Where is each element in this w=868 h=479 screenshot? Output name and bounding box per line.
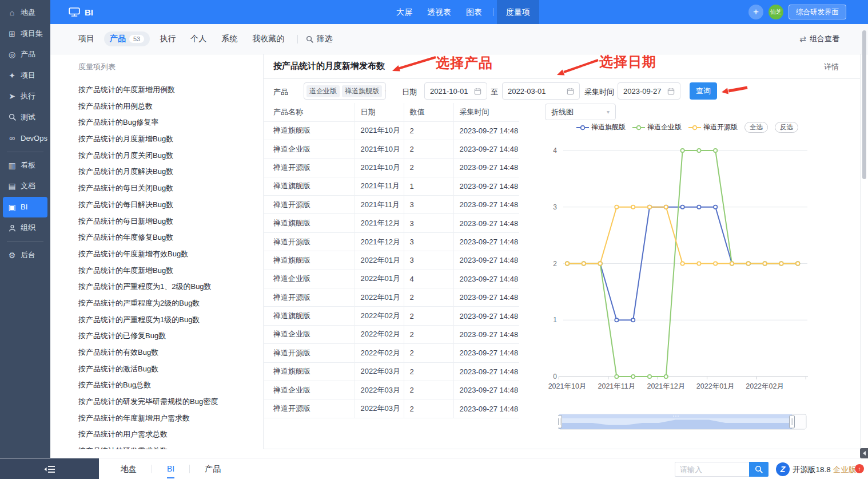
table-row[interactable]: 禅道旗舰版2021年11月12023-09-27 14:48 [263,177,519,195]
topbar-menu-大屏[interactable]: 大屏 [389,0,420,24]
metric-list-item[interactable]: 按产品统计的每日新增Bug数 [70,213,263,230]
metric-list-item[interactable]: 按产品统计的激活Bug数 [70,361,263,378]
topbar-menu-图表[interactable]: 图表 [459,0,489,24]
sidebar-item-BI[interactable]: ▣BI [3,197,47,218]
nav-tab-我收藏的[interactable]: 我收藏的 [247,31,289,46]
search-button[interactable] [749,462,769,477]
metric-list-item[interactable]: 按产品统计的用户需求总数 [70,426,263,443]
sidebar-item-地盘[interactable]: ⌂地盘 [0,2,50,23]
metric-list-item[interactable]: 按产品统计的每日关闭Bug数 [70,180,263,197]
table-row[interactable]: 禅道企业版2022年02月22023-09-27 14:48 [263,325,519,343]
legend-item-禅道旗舰版[interactable]: 禅道旗舰版 [576,122,626,132]
sidebar-item-项目集[interactable]: ⊞项目集 [0,23,50,45]
bottom-tab-BI[interactable]: BI [164,458,178,479]
legend-item-禅道开源版[interactable]: 禅道开源版 [688,122,738,132]
metric-list-item[interactable]: 按产品统计的有效Bug数 [70,345,263,361]
metric-list-item[interactable]: 按产品统计的严重程度为2级的Bug数 [70,295,263,312]
metric-list-item[interactable]: 按产品统计的研发完毕研需规模的Bug密度 [70,394,263,410]
sidebar-item-文档[interactable]: ▤文档 [0,176,50,197]
topbar-menu-透视表[interactable]: 透视表 [420,0,459,24]
metric-list-item[interactable]: 按产品统计的年度新增用例数 [70,82,263,98]
metric-list-item[interactable]: 按产品统计的月度关闭Bug数 [70,148,263,164]
detail-link[interactable]: 详情 [824,62,839,72]
sidebar-item-看板[interactable]: ▥看板 [0,155,50,176]
table-row[interactable]: 禅道开源版2021年12月32023-09-27 14:48 [263,232,519,251]
metric-list-item[interactable]: 按产品统计的严重程度为1、2级的Bug数 [70,279,263,295]
collect-date-input[interactable]: 2023-09-27 [618,82,680,100]
sidebar-item-label: 文档 [21,181,35,191]
sidebar-item-项目[interactable]: ✦项目 [0,65,50,86]
metric-list-item[interactable]: 按产品统计的年度修复Bug数 [70,229,263,246]
sidebar-item-执行[interactable]: ➤执行 [0,86,50,107]
search-icon [306,35,313,43]
svg-text:2: 2 [553,260,557,268]
nav-tab-执行[interactable]: 执行 [154,31,181,46]
metric-list-item[interactable]: 按产品统计的严重程度为1级的Bug数 [70,312,263,328]
table-row[interactable]: 禅道企业版2022年03月22023-09-27 14:48 [263,381,519,399]
upgrade-badge[interactable]: ↑ [855,464,864,473]
table-row[interactable]: 禅道开源版2021年11月32023-09-27 14:48 [263,196,519,214]
date-from-input[interactable]: 2021-10-01 [424,82,487,100]
table-row[interactable]: 禅道旗舰版2021年10月22023-09-27 14:48 [263,121,519,140]
workspace-switch-button[interactable]: 综合研发界面 [789,5,846,19]
metric-list-item[interactable]: 按产品统计的年度新增用户需求数 [70,410,263,427]
table-row[interactable]: 禅道旗舰版2021年12月32023-09-27 14:48 [263,214,519,232]
metric-list-item[interactable]: 按产品统计的每日解决Bug数 [70,197,263,213]
topbar-menu-度量项[interactable]: 度量项 [497,0,539,24]
panel-collapse-handle[interactable] [860,448,868,458]
legend-item-禅道企业版[interactable]: 禅道企业版 [632,122,682,132]
avatar[interactable]: 仙芝 [769,5,783,19]
nav-tab-个人[interactable]: 个人 [185,31,212,46]
metric-list-item[interactable]: 按产品统计的月度解决Bug数 [70,164,263,180]
table-row[interactable]: 禅道旗舰版2022年01月32023-09-27 14:48 [263,251,519,270]
product-filter-label: 产品 [273,87,288,97]
nav-tab-系统[interactable]: 系统 [216,31,242,46]
datazoom-slider[interactable] [558,411,810,433]
metric-list-item[interactable]: 按产品统计的年度新增有效Bug数 [70,246,263,263]
sidebar-item-组织[interactable]: 组织 [0,217,50,239]
zentao-logo: Z [776,462,790,476]
table-row[interactable]: 禅道旗舰版2022年03月22023-09-27 14:48 [263,362,519,381]
product-tag[interactable]: 禅道旗舰版 [342,85,382,97]
metric-list-item[interactable]: 按产品统计的已修复Bug数 [70,328,263,345]
edition-link[interactable]: 企业版 [833,465,857,475]
search-input[interactable] [675,462,749,477]
metric-list-item[interactable]: 按产品统计的月度新增Bug数 [70,131,263,148]
sidebar-item-DevOps[interactable]: ∞DevOps [0,128,50,149]
date-to-input[interactable]: 2022-03-01 [502,82,580,100]
table-row[interactable]: 禅道开源版2022年03月22023-09-27 14:48 [263,399,519,418]
metric-list-item[interactable]: 按产品统计的Bug总数 [70,377,263,394]
sidebar-item-后台[interactable]: ⚙后台 [0,245,50,266]
bottom-tab-地盘[interactable]: 地盘 [117,458,140,479]
table-row[interactable]: 禅道企业版2021年10月22023-09-27 14:48 [263,140,519,158]
combine-view-button[interactable]: ⇄ 组合查看 [799,34,839,44]
metric-list-item[interactable]: 按产品统计的年度新增Bug数 [70,263,263,279]
table-row[interactable]: 禅道开源版2021年10月22023-09-27 14:48 [263,159,519,177]
query-button[interactable]: 查询 [690,82,717,100]
table-row[interactable]: 禅道旗舰版2022年02月22023-09-27 14:48 [263,307,519,325]
product-tag[interactable]: 道企业版 [306,85,340,97]
table-row[interactable]: 禅道企业版2022年01月42023-09-27 14:48 [263,270,519,288]
table-cell: 2022年03月 [355,399,404,418]
bottom-tab-产品[interactable]: 产品 [201,458,224,479]
metric-list-item[interactable]: 按产品统计的Bug修复率 [70,114,263,131]
select-all-button[interactable]: 全选 [744,122,768,133]
metric-list-scrollbar[interactable] [862,30,866,179]
table-row[interactable]: 禅道开源版2022年02月22023-09-27 14:48 [263,344,519,362]
sidebar-item-label: 组织 [21,223,35,233]
sidebar-collapse-button[interactable] [0,458,99,479]
favorite-star-icon[interactable]: ☆ [377,60,385,71]
chart-type-select[interactable]: 折线图 ▾ [545,104,616,120]
sidebar-item-产品[interactable]: ◎产品 [0,44,50,65]
nav-tab-产品[interactable]: 产品53 [104,31,150,46]
product-multiselect[interactable]: 道企业版 禅道旗舰版 ▾ [304,82,386,100]
sidebar-item-label: 产品 [21,49,35,60]
metric-list-item[interactable]: 按产品统计的用例总数 [70,98,263,115]
add-button[interactable]: + [748,5,763,19]
sidebar-item-测试[interactable]: 测试 [0,107,50,128]
filter-button[interactable]: 筛选 [306,34,332,44]
nav-tab-项目[interactable]: 项目 [73,31,99,46]
metric-list-item[interactable]: 按产品统计的研发需求总数 [70,443,263,449]
invert-select-button[interactable]: 反选 [775,122,798,133]
table-row[interactable]: 禅道开源版2022年01月22023-09-27 14:48 [263,288,519,307]
